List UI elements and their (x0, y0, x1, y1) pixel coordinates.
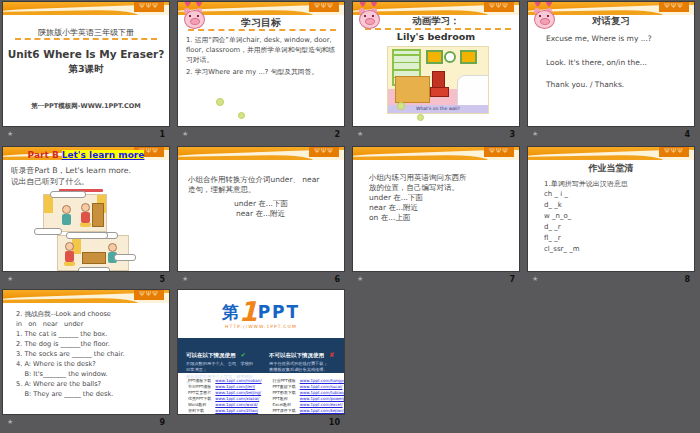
license-band: 可以在以下情况使用 ✔ 不限次数的用于个人、公司、学校的日常演示； 修改内容后用… (178, 338, 344, 373)
slide-thumbnail-4[interactable]: ΨΨΨ ♥♥ 对话复习 Excuse me, Where is my ...? … (528, 2, 694, 126)
link-label: PPT教程 (272, 396, 295, 401)
header-band: ΨΨΨ (528, 147, 694, 160)
slide-status-strip: 10 (178, 414, 344, 431)
slide-number: 9 (159, 419, 165, 427)
slide-number: 8 (684, 276, 690, 284)
task-text-1: 小组内练习用英语询问东西所 (369, 173, 467, 183)
link-url: www.1ppt.com/hangye/ (300, 378, 344, 383)
thumbnail-cell-4: ΨΨΨ ♥♥ 对话复习 Excuse me, Where is my ...? … (525, 0, 700, 145)
link-url: www.1ppt.com/sucai/ (300, 384, 344, 389)
logo-char-one: 1 (239, 296, 258, 327)
slide-status-strip: ★ 9 (3, 414, 169, 431)
slide-thumbnail-7[interactable]: ΨΨΨ 小组内练习用英语询问东西所 放的位置，自己编写对话。 under 在..… (353, 147, 519, 271)
slide-number: 7 (509, 276, 515, 284)
slide-status-strip: ★ 3 (353, 126, 519, 143)
link-label: Word教程 (188, 402, 211, 407)
chair-seat (430, 87, 449, 97)
slide-number: 3 (509, 131, 515, 139)
green-dot (417, 114, 424, 121)
trees-icon: ΨΨΨ (484, 2, 514, 12)
slide-number: 2 (334, 131, 340, 139)
link-label: PPT图表下载 (272, 390, 295, 395)
transition-star-icon: ★ (357, 131, 363, 138)
link-url: www.1ppt.com/kejian/ (300, 408, 344, 413)
link-url: www.1ppt.com/powerpoint/ (300, 396, 344, 401)
slide-number: 6 (334, 276, 340, 284)
check-icon: ✔ (241, 351, 246, 359)
slide-thumbnail-2[interactable]: ΨΨΨ ♥♥ 学习目标 1. 运用“四会”单词chair, desk, wind… (178, 2, 344, 126)
slide-thumbnail-3[interactable]: ΨΨΨ ♥♥ 动画学习： Lily's bedroom What's on th… (353, 2, 519, 126)
site-footer: 第一PPT模板网-WWW.1PPT.COM (3, 102, 169, 111)
1ppt-logo: 第1PPT (178, 296, 344, 327)
transition-star-icon: ★ (182, 131, 188, 138)
textbook-illustration (31, 189, 141, 269)
thumbnail-cell-8: ΨΨΨ 作业当堂清 1.单词拼写并说出汉语意思 ch _ i _ d_ _k w… (525, 145, 700, 288)
link-label: 节日PPT模板 (188, 384, 211, 389)
slide-thumbnail-5[interactable]: ΨΨΨ Part B Let's learn more 听录音Part B，Le… (3, 147, 169, 271)
green-dot (238, 112, 245, 119)
speech-bubble (114, 254, 136, 261)
link-url: www.1ppt.com/ziliao/ (215, 408, 262, 413)
slide-thumbnail-1[interactable]: ΨΨΨ 陕旅版小学英语三年级下册 Unit6 Where Is My Erase… (3, 2, 169, 126)
thumbnail-grid: ΨΨΨ 陕旅版小学英语三年级下册 Unit6 Where Is My Erase… (0, 0, 700, 433)
link-column-2: 行业PPT模板www.1ppt.com/hangye/ PPT素材下载www.1… (272, 378, 344, 414)
bed (457, 75, 489, 106)
slide-number: 10 (329, 419, 340, 427)
link-label: PPT模板下载 (188, 378, 211, 383)
quiz-line: 4. A: Where is the desk? (16, 360, 96, 368)
transition-star-icon: ★ (532, 131, 538, 138)
trees-icon: ΨΨΨ (134, 290, 164, 300)
mascot-pig-icon: ♥♥ (357, 3, 387, 33)
speech-bubble (50, 191, 86, 198)
objective-text-1: 1. 运用“四会”单词chair, desk, window, door, fl… (186, 36, 339, 66)
slide-number: 4 (684, 131, 690, 139)
denied-title: 不可以在以下情况使用 (269, 352, 324, 358)
link-url: www.1ppt.com/xiazai/ (215, 396, 262, 401)
course-header: 陕旅版小学英语三年级下册 (3, 27, 169, 38)
slide-number: 1 (159, 131, 165, 139)
spelling-word: fl_ _r (544, 234, 561, 242)
dialog-line: Look. It's there, on/in the... (546, 58, 647, 67)
mascot-pig-icon: ♥♥ (532, 3, 562, 33)
logo-char-ppt: PPT (258, 302, 301, 322)
definition-on: on 在...上面 (369, 213, 410, 223)
link-label: PPT课件下载 (272, 408, 295, 413)
slide-status-strip: ★ 4 (528, 126, 694, 143)
picture-frame (460, 50, 477, 64)
definition-near: near 在...附近 (236, 209, 285, 219)
thumbnail-cell-10: 第1PPT HTTP://WWW.1PPT.COM 可以在以下情况使用 ✔ 不限… (175, 288, 350, 433)
denied-line: 将模板收集后进行售卖或传播。 (269, 367, 338, 373)
empty-cell (525, 288, 700, 433)
part-b-label: Part B (28, 150, 59, 160)
mascot-pig-icon: ♥♥ (182, 3, 212, 33)
thumbnail-cell-9: ΨΨΨ 2. 挑战自我--Look and choose in on near … (0, 288, 175, 433)
logo-char-di: 第 (222, 302, 239, 322)
slide-status-strip: ★ 5 (3, 271, 169, 288)
mother-figure (64, 242, 75, 266)
dialog-line: Thank you. / Thanks. (546, 80, 624, 89)
trees-icon: ΨΨΨ (134, 2, 164, 12)
slide-status-strip: ★ 7 (353, 271, 519, 288)
lesson-subtitle: 第3课时 (3, 63, 169, 76)
shelf (92, 203, 104, 227)
spelling-word: ch _ i _ (544, 190, 568, 198)
speech-bubble (66, 232, 108, 239)
slide-thumbnail-6[interactable]: ΨΨΨ 小组合作用转换方位介词under、 near 造句，理解其意思。 und… (178, 147, 344, 271)
task-text-1: 小组合作用转换方位介词under、 near (188, 175, 338, 185)
slide-thumbnail-10[interactable]: 第1PPT HTTP://WWW.1PPT.COM 可以在以下情况使用 ✔ 不限… (178, 290, 344, 414)
slide-status-strip: ★ 8 (528, 271, 694, 288)
allowed-line: 不限次数的用于个人、公司、学校的日常演示； (186, 361, 255, 374)
slide-thumbnail-9[interactable]: ΨΨΨ 2. 挑战自我--Look and choose in on near … (3, 290, 169, 414)
unit-title: Unit6 Where Is My Eraser? (3, 48, 169, 60)
speech-bubble (78, 267, 110, 271)
thumbnail-cell-2: ΨΨΨ ♥♥ 学习目标 1. 运用“四会”单词chair, desk, wind… (175, 0, 350, 145)
slide-thumbnail-8[interactable]: ΨΨΨ 作业当堂清 1.单词拼写并说出汉语意思 ch _ i _ d_ _k w… (528, 147, 694, 271)
transition-star-icon: ★ (7, 276, 13, 283)
picture-frame (426, 50, 443, 64)
desk (395, 76, 430, 103)
trees-icon: ΨΨΨ (659, 147, 689, 157)
header-band: ΨΨΨ (3, 290, 169, 303)
lets-learn-more-link[interactable]: Let's learn more (62, 150, 145, 160)
speech-bubble (34, 228, 62, 235)
green-dot (397, 102, 405, 110)
